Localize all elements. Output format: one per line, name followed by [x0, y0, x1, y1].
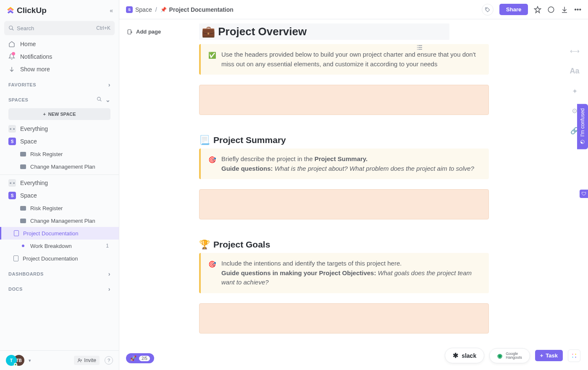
download-icon[interactable]	[561, 6, 568, 13]
invite-label: Invite	[84, 357, 96, 363]
share-button[interactable]: Share	[499, 4, 528, 15]
tree-risk-2[interactable]: Risk Register	[0, 202, 119, 214]
tree-label: Space	[20, 138, 37, 145]
confused-button[interactable]: ◔ I'm confused	[577, 104, 588, 149]
nav-notifications-label: Notifications	[20, 53, 52, 60]
tree-everything-1[interactable]: ⚬⚬ Everything	[0, 122, 119, 135]
callout-overview[interactable]: ✅ Use the headers provided below to buil…	[199, 44, 489, 75]
add-page-button[interactable]: Add page	[123, 27, 191, 36]
hangouts-button[interactable]: ◉ Google Hangouts	[489, 348, 530, 363]
tree-project-doc-active[interactable]: Project Documentation	[0, 227, 119, 240]
avatars[interactable]: T TB	[6, 355, 24, 366]
tree-change-1[interactable]: Change Management Plan	[0, 160, 119, 173]
callout-text: Use the headers provided below to build …	[221, 50, 481, 69]
pages-panel: Add page	[119, 19, 195, 370]
target-icon: 🎯	[208, 260, 216, 287]
typography-icon[interactable]: Aa	[570, 67, 579, 76]
search-input[interactable]: Search Ctrl+K	[4, 21, 115, 35]
slack-button[interactable]: ✱ slack	[445, 348, 484, 363]
onboarding-progress[interactable]: 🚀 2/5	[126, 353, 154, 363]
nav-notifications[interactable]: Notifications	[0, 50, 119, 63]
content-block-2[interactable]	[199, 189, 489, 219]
tree-space-1[interactable]: S Space	[0, 135, 119, 148]
chevron-down-icon[interactable]: ⌄	[105, 96, 111, 103]
breadcrumb: S Space / 📌 Project Documentation	[126, 6, 234, 13]
breadcrumb-page[interactable]: 📌 Project Documentation	[160, 6, 234, 13]
new-space-button[interactable]: + NEW SPACE	[8, 108, 110, 120]
settings-icon[interactable]: ⚙	[572, 107, 578, 115]
heading-shade: 💼 Project Overview	[199, 23, 449, 40]
heading-project-goals[interactable]: 🏆 Project Goals	[199, 236, 489, 253]
dot-icon	[22, 245, 24, 247]
nav-show-more[interactable]: Show more	[0, 63, 119, 76]
breadcrumb-separator: /	[155, 6, 157, 13]
svg-point-4	[548, 7, 554, 13]
tree-risk-1[interactable]: Risk Register	[0, 148, 119, 160]
tree-label: Work Breakdown	[30, 243, 72, 249]
chat-icon[interactable]	[547, 6, 555, 13]
slack-icon: ✱	[453, 352, 458, 360]
collapse-sidebar-icon[interactable]: «	[110, 7, 113, 14]
everything-icon: ⚬⚬	[8, 125, 16, 133]
svg-point-7	[575, 354, 576, 354]
tree-project-doc-2[interactable]: Project Documentation	[0, 252, 119, 265]
tree-everything-2[interactable]: ⚬⚬ Everything	[0, 177, 119, 189]
document-body[interactable]: 💼 Project Overview ✅ Use the headers pro…	[195, 19, 561, 370]
content-block-1[interactable]	[199, 85, 489, 115]
tree-change-2[interactable]: Change Management Plan	[0, 214, 119, 227]
rocket-icon: 🚀	[130, 355, 136, 361]
sparkle-icon[interactable]: ✦	[572, 87, 578, 95]
logo[interactable]: ClickUp	[6, 6, 47, 15]
content-block-3[interactable]	[199, 303, 489, 334]
star-icon[interactable]	[534, 6, 541, 13]
callout-goals[interactable]: 🎯 Include the intentions and identify th…	[199, 253, 489, 293]
arrow-down-icon	[8, 66, 15, 73]
heading-project-overview[interactable]: 💼 Project Overview	[199, 19, 489, 44]
section-docs[interactable]: DOCS ›	[0, 280, 119, 295]
folder-icon	[20, 206, 26, 211]
expand-icon[interactable]: ⟷	[570, 47, 580, 55]
tree-label: Risk Register	[30, 151, 63, 157]
plus-icon: +	[43, 112, 45, 117]
callout-summary[interactable]: 🎯 Briefly describe the project in the Pr…	[199, 149, 489, 179]
tree-label: Everything	[20, 125, 48, 132]
tag-button[interactable]	[482, 4, 494, 16]
section-dashboards[interactable]: DASHBOARDS ›	[0, 265, 119, 280]
search-shortcut: Ctrl+K	[96, 25, 110, 31]
folder-icon	[20, 219, 26, 223]
help-button[interactable]: ?	[105, 356, 113, 365]
privacy-widget[interactable]: 🛡	[580, 190, 588, 198]
sidebar: ClickUp « Search Ctrl+K Home Notificatio…	[0, 0, 119, 370]
divider	[0, 175, 119, 175]
more-icon[interactable]: •••	[574, 6, 581, 13]
apps-button[interactable]	[568, 349, 580, 362]
chevron-right-icon: ›	[108, 271, 110, 277]
breadcrumb-space[interactable]: S Space	[126, 6, 152, 13]
heading-project-summary[interactable]: 📃 Project Summary	[199, 132, 489, 149]
nav-home[interactable]: Home	[0, 38, 119, 50]
hangouts-icon: ◉	[497, 352, 502, 359]
online-dot-icon	[14, 363, 17, 366]
heading-text: Project Goals	[213, 240, 270, 250]
search-icon	[8, 25, 14, 31]
clickup-logo-icon	[6, 6, 15, 15]
invite-button[interactable]: Invite	[74, 356, 100, 365]
avatar-dropdown-icon[interactable]: ▾	[29, 358, 31, 363]
tree-work-breakdown[interactable]: Work Breakdown 1	[0, 240, 119, 252]
task-label: Task	[546, 352, 558, 359]
section-favorites[interactable]: FAVORITES ›	[0, 76, 119, 91]
folder-icon	[20, 164, 26, 169]
add-page-label: Add page	[136, 29, 161, 35]
sidebar-footer: T TB ▾ Invite ?	[0, 350, 119, 370]
section-spaces[interactable]: SPACES ⌄	[0, 91, 119, 106]
toc-icon[interactable]	[416, 44, 423, 51]
chevron-right-icon: ›	[108, 81, 110, 88]
nav-home-label: Home	[20, 41, 36, 47]
callout-text: Briefly describe the project in the Proj…	[221, 154, 474, 173]
folder-icon	[20, 152, 26, 156]
tree-space-2[interactable]: S Space	[0, 189, 119, 202]
heading-text: Project Overview	[218, 25, 307, 38]
guide-label: Guide questions:	[221, 165, 275, 172]
new-task-button[interactable]: + Task	[535, 350, 563, 361]
search-spaces-icon[interactable]	[97, 96, 102, 103]
